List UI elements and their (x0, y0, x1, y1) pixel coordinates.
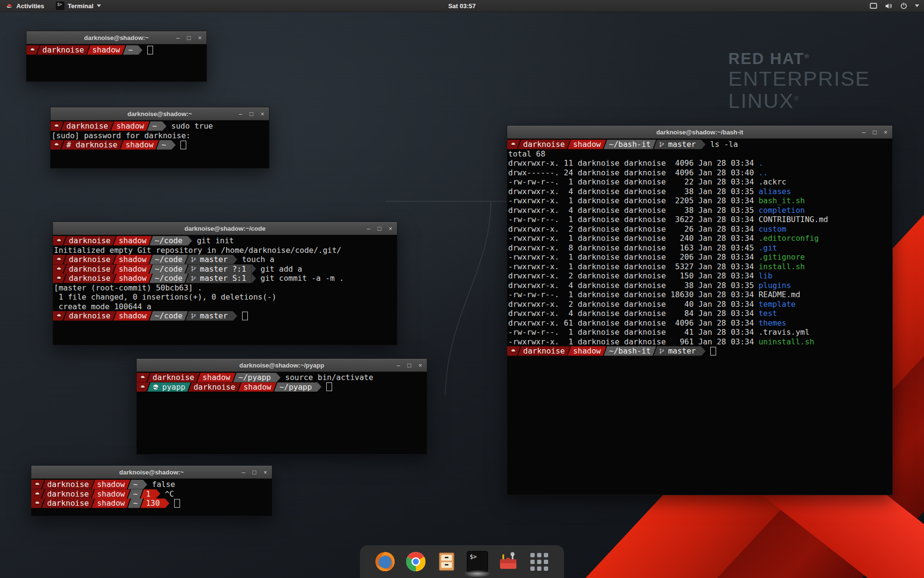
branch-icon (191, 257, 196, 263)
terminal-body[interactable]: darknoiseshadow~ falsedarknoiseshadow~1 … (31, 479, 272, 516)
prompt-segment: darknoise (42, 489, 94, 499)
window-titlebar[interactable]: darknoise@shadow:~/code – □ × (53, 222, 397, 235)
terminal-body[interactable]: darknoiseshadow~/code git initInitialize… (53, 235, 397, 345)
window-titlebar[interactable]: darknoise@shadow:~ – □ × (51, 107, 269, 120)
prompt-segment (53, 236, 66, 246)
terminal-window[interactable]: darknoise@shadow:~ – □ × darknoiseshadow… (26, 31, 207, 82)
file-name: . (758, 158, 763, 168)
terminal-body[interactable]: darknoiseshadow~ sudo true[sudo] passwor… (51, 120, 269, 168)
terminal-window[interactable]: darknoise@shadow:~ – □ × darknoiseshadow… (50, 107, 270, 169)
redhat-icon (56, 275, 62, 281)
redhat-logo-icon (6, 2, 13, 10)
file-list-row: drwxrwxr-x. 2 darknoise darknoise 40 Jan… (507, 300, 892, 309)
window-titlebar[interactable]: darknoise@shadow:~ – □ × (31, 466, 272, 479)
file-name: uninstall.sh (758, 337, 814, 347)
display-icon[interactable] (870, 2, 877, 10)
powerline-arrow-icon (701, 346, 706, 356)
close-button[interactable]: × (388, 225, 392, 232)
file-list-row: drwxrwxr-x. 4 darknoise darknoise 38 Jan… (507, 281, 892, 290)
terminal-cursor (174, 499, 180, 508)
prompt-segment: shadow (92, 499, 130, 508)
system-status-area[interactable] (870, 0, 919, 12)
close-button[interactable]: × (263, 469, 267, 475)
dock-chrome-icon[interactable] (405, 551, 426, 572)
prompt-segment: shadow (92, 489, 130, 499)
maximize-button[interactable]: □ (187, 35, 191, 41)
terminal-body[interactable]: darknoiseshadow~ (26, 44, 206, 81)
terminal-window[interactable]: darknoise@shadow:~/pyapp – □ × darknoise… (136, 358, 427, 455)
file-list-row: drwxrwxr-x. 2 darknoise darknoise 150 Ja… (507, 271, 892, 281)
prompt-segment: shadow (114, 274, 152, 283)
terminal-window[interactable]: darknoise@shadow:~ – □ × darknoiseshadow… (31, 465, 272, 516)
dock-terminal-icon[interactable]: $> (467, 551, 488, 572)
powerline-arrow-icon (233, 311, 237, 321)
prompt-segment: shadow (114, 264, 152, 274)
prompt-segment: darknoise (518, 140, 570, 149)
powerline-arrow-icon (252, 264, 256, 274)
desktop[interactable]: RED HAT® ENTERPRISE LINUX® Activities $>… (0, 0, 924, 578)
redhat-icon (140, 374, 146, 381)
prompt-segment (31, 480, 44, 489)
file-name: README.md (758, 290, 800, 300)
file-list-row: -rw-rw-r--. 1 darknoise darknoise 18630 … (507, 290, 892, 300)
maximize-button[interactable]: □ (250, 111, 254, 117)
maximize-button[interactable]: □ (408, 362, 411, 368)
prompt-segment: ~ (128, 489, 143, 499)
window-titlebar[interactable]: darknoise@shadow:~/bash-it – □ × (507, 126, 892, 139)
prompt-segment: darknoise (518, 346, 570, 356)
terminal-window[interactable]: darknoise@shadow:~/code – □ × darknoises… (52, 222, 398, 345)
terminal-body[interactable]: darknoiseshadow~/bash-itmaster ls -latot… (507, 139, 892, 495)
window-titlebar[interactable]: darknoise@shadow:~ – □ × (26, 31, 206, 44)
close-button[interactable]: × (260, 111, 264, 117)
close-button[interactable]: × (418, 362, 422, 368)
file-name: completion (758, 206, 805, 215)
close-button[interactable]: × (198, 35, 202, 41)
output-line: create mode 100644 a (53, 302, 397, 312)
redhat-icon (34, 500, 40, 506)
minimize-button[interactable]: – (242, 469, 245, 475)
terminal-body[interactable]: darknoiseshadow~/pyapp source bin/activa… (137, 372, 427, 454)
file-list-row: -rw-rw-r--. 1 darknoise darknoise 22 Jan… (507, 177, 892, 187)
redhat-icon (29, 47, 36, 53)
chevron-down-icon[interactable] (915, 4, 919, 7)
activities-button[interactable]: Activities (0, 0, 50, 12)
maximize-button[interactable]: □ (253, 469, 257, 475)
powerline-arrow-icon (317, 382, 321, 392)
prompt-line: darknoiseshadow~/bash-itmaster ls -la (507, 140, 892, 149)
file-list-row: -rw-rw-r--. 1 darknoise darknoise 41 Jan… (507, 328, 892, 337)
dock-files-icon[interactable] (436, 551, 457, 572)
minimize-button[interactable]: – (862, 129, 865, 135)
prompt-line: darknoiseshadow~/codemaster ?:1 git add … (53, 264, 397, 274)
minimize-button[interactable]: – (397, 362, 400, 368)
power-icon[interactable] (900, 2, 908, 10)
prompt-line: # darknoiseshadow~ (51, 140, 269, 150)
prompt-segment: shadow (568, 140, 606, 149)
maximize-button[interactable]: □ (378, 225, 382, 232)
prompt-segment: darknoise (64, 274, 116, 283)
minimize-button[interactable]: – (367, 225, 370, 232)
redhat-icon (34, 491, 40, 497)
close-button[interactable]: × (884, 129, 887, 135)
dock-appgrid-icon[interactable] (528, 551, 550, 572)
clock[interactable]: Sat 03:57 (0, 2, 924, 10)
terminal-cursor (326, 382, 332, 391)
minimize-button[interactable]: – (176, 35, 180, 41)
volume-icon[interactable] (885, 2, 893, 10)
terminal-window[interactable]: darknoise@shadow:~/bash-it – □ × darknoi… (507, 125, 893, 495)
file-name: template (758, 300, 796, 309)
command-text: false (147, 480, 175, 489)
redhat-icon (56, 266, 62, 272)
prompt-segment: shadow (92, 480, 130, 489)
maximize-button[interactable]: □ (873, 129, 877, 135)
dock-firefox-icon[interactable] (374, 551, 396, 572)
minimize-button[interactable]: – (239, 111, 242, 117)
powerline-arrow-icon (701, 140, 706, 149)
app-menu-terminal[interactable]: $> Terminal (50, 0, 107, 12)
window-titlebar[interactable]: darknoise@shadow:~/pyapp – □ × (137, 359, 427, 372)
output-line: [master (root-commit) 50bcb63] . (53, 283, 397, 293)
prompt-segment (53, 255, 66, 264)
file-list-row: drwx------. 24 darknoise darknoise 4096 … (507, 168, 892, 178)
file-name: .travis.yml (758, 328, 809, 337)
dock-toolbox-icon[interactable] (498, 551, 519, 572)
terminal-tile: $> (467, 551, 488, 572)
